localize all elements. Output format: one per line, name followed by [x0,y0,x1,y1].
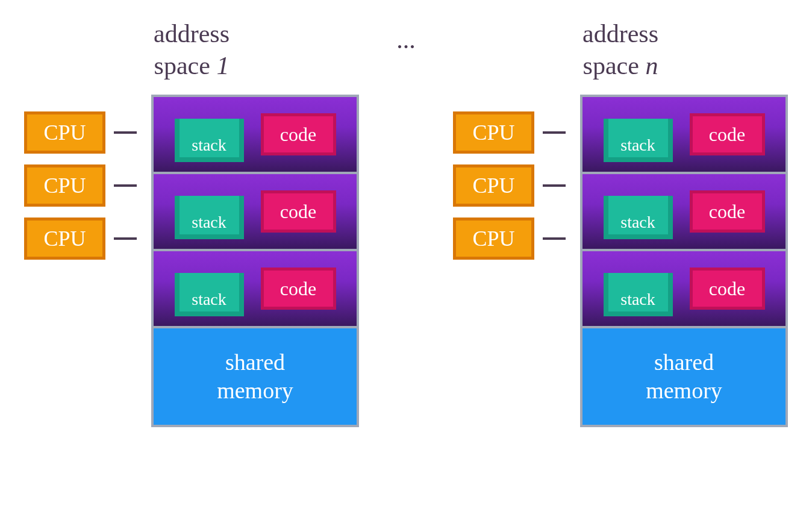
address-space-diagram: address space 1 CPU CPU CPU [24,18,788,512]
connector-line [543,237,566,240]
connector-line [114,184,137,187]
stack-box: stack [604,119,673,162]
title-line2-num: n [645,52,658,80]
cpu-row: CPU [24,111,137,154]
title-line2-prefix: space [583,52,646,80]
connector-line [543,131,566,134]
code-box: code [261,190,336,233]
stack-box: stack [604,196,673,239]
shared-line2: memory [217,377,293,405]
cpu-box: CPU [453,164,534,207]
title-line2-num: 1 [216,52,229,80]
connector-line [114,237,137,240]
stack-box: stack [175,196,244,239]
title-line1: address [582,20,658,48]
address-space-1-body: CPU CPU CPU stack code stack [24,95,359,427]
ellipsis: ... [383,25,429,54]
shared-line2: memory [646,377,722,405]
cpu-row: CPU [453,164,566,207]
address-space-n-title: address space n [582,18,658,81]
stack-box: stack [175,273,244,316]
address-space-n-body: CPU CPU CPU stack code stack [453,95,788,427]
cpu-row: CPU [453,218,566,260]
shared-line1: shared [225,348,285,377]
address-space-n: address space n CPU CPU CPU [453,18,788,427]
thread-box: stack code [154,97,357,174]
shared-memory-box: shared memory [582,328,785,425]
memory-column-1: stack code stack code stack code shared … [151,95,359,427]
thread-box: stack code [582,174,785,251]
thread-box: stack code [582,251,785,328]
cpu-row: CPU [24,218,137,260]
stack-box: stack [175,119,244,162]
cpu-box: CPU [453,218,534,260]
title-line2-prefix: space [154,52,217,80]
code-box: code [690,113,765,155]
shared-line1: shared [654,348,714,377]
code-box: code [690,268,765,310]
cpu-row: CPU [453,111,566,154]
code-box: code [261,268,336,310]
cpu-box: CPU [24,164,105,207]
cpu-column-n: CPU CPU CPU [453,95,566,260]
connector-line [114,131,137,134]
thread-box: stack code [154,251,357,328]
code-box: code [261,113,336,155]
thread-box: stack code [582,97,785,174]
shared-memory-box: shared memory [154,328,357,425]
stack-box: stack [604,273,673,316]
code-box: code [690,190,765,233]
address-space-1: address space 1 CPU CPU CPU [24,18,359,427]
connector-line [543,184,566,187]
cpu-row: CPU [24,164,137,207]
title-line1: address [154,20,230,48]
address-space-1-title: address space 1 [154,18,230,81]
memory-column-n: stack code stack code stack code shared … [580,95,788,427]
cpu-box: CPU [453,111,534,154]
cpu-column-1: CPU CPU CPU [24,95,137,260]
cpu-box: CPU [24,111,105,154]
cpu-box: CPU [24,218,105,260]
thread-box: stack code [154,174,357,251]
